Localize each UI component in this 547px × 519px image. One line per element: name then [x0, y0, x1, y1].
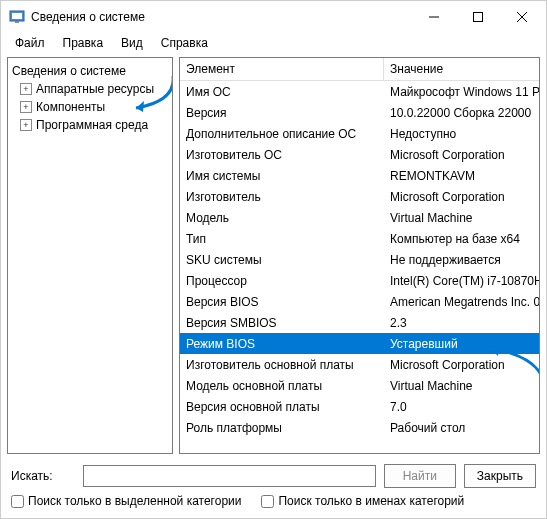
cell-element: Режим BIOS	[180, 337, 384, 351]
checkbox-selected-category-label: Поиск только в выделенной категории	[28, 494, 241, 508]
tree-item[interactable]: +Аппаратные ресурсы	[10, 80, 170, 98]
cell-element: Версия основной платы	[180, 400, 384, 414]
cell-element: Дополнительное описание ОС	[180, 127, 384, 141]
tree-item-label: Аппаратные ресурсы	[36, 82, 154, 96]
list-pane: Элемент Значение Имя ОСМайкрософт Window…	[179, 57, 540, 454]
table-row[interactable]: Модель основной платыVirtual Machine	[180, 375, 539, 396]
maximize-button[interactable]	[456, 1, 500, 33]
cell-value: Недоступно	[384, 127, 539, 141]
table-row[interactable]: ТипКомпьютер на базе x64	[180, 228, 539, 249]
svg-rect-1	[12, 13, 22, 19]
cell-value: Microsoft Corporation	[384, 358, 539, 372]
table-row[interactable]: Имя системыREMONTKAVM	[180, 165, 539, 186]
table-row[interactable]: Изготовитель основной платыMicrosoft Cor…	[180, 354, 539, 375]
window-controls	[412, 1, 544, 33]
cell-element: Версия SMBIOS	[180, 316, 384, 330]
table-row[interactable]: Версия SMBIOS2.3	[180, 312, 539, 333]
tree-root[interactable]: Сведения о системе	[10, 62, 170, 80]
expand-icon[interactable]: +	[20, 83, 32, 95]
cell-element: Версия	[180, 106, 384, 120]
cell-value: Майкрософт Windows 11 P	[384, 85, 539, 99]
column-header-value[interactable]: Значение	[384, 58, 539, 80]
checkbox-selected-category[interactable]: Поиск только в выделенной категории	[11, 494, 241, 508]
close-dialog-button[interactable]: Закрыть	[464, 464, 536, 488]
cell-element: Модель основной платы	[180, 379, 384, 393]
main-content: Сведения о системе +Аппаратные ресурсы+К…	[1, 53, 546, 458]
tree-root-label: Сведения о системе	[12, 64, 126, 78]
cell-element: Процессор	[180, 274, 384, 288]
table-row[interactable]: Изготовитель ОСMicrosoft Corporation	[180, 144, 539, 165]
table-row[interactable]: ИзготовительMicrosoft Corporation	[180, 186, 539, 207]
table-row[interactable]: Версия BIOSAmerican Megatrends Inc. 0	[180, 291, 539, 312]
checkbox-category-names[interactable]: Поиск только в именах категорий	[261, 494, 464, 508]
cell-element: Версия BIOS	[180, 295, 384, 309]
cell-value: 10.0.22000 Сборка 22000	[384, 106, 539, 120]
cell-element: Роль платформы	[180, 421, 384, 435]
footer: Искать: Найти Закрыть Поиск только в выд…	[1, 458, 546, 518]
tree-pane: Сведения о системе +Аппаратные ресурсы+К…	[7, 57, 173, 454]
table-row[interactable]: Версия10.0.22000 Сборка 22000	[180, 102, 539, 123]
tree-item[interactable]: +Программная среда	[10, 116, 170, 134]
cell-value: Virtual Machine	[384, 211, 539, 225]
close-button[interactable]	[500, 1, 544, 33]
table-row[interactable]: Роль платформыРабочий стол	[180, 417, 539, 438]
cell-element: Имя ОС	[180, 85, 384, 99]
search-input[interactable]	[83, 465, 376, 487]
menubar: Файл Правка Вид Справка	[1, 33, 546, 53]
svg-rect-2	[15, 21, 19, 23]
menu-view[interactable]: Вид	[113, 34, 151, 52]
titlebar: Сведения о системе	[1, 1, 546, 33]
search-label: Искать:	[11, 469, 75, 483]
checkbox-category-names-input[interactable]	[261, 495, 274, 508]
list-body: Имя ОСМайкрософт Windows 11 PВерсия10.0.…	[180, 81, 539, 438]
search-row: Искать: Найти Закрыть	[11, 464, 536, 488]
cell-value: Intel(R) Core(TM) i7-10870H	[384, 274, 539, 288]
list-header: Элемент Значение	[180, 58, 539, 81]
expand-icon[interactable]: +	[20, 119, 32, 131]
cell-value: Microsoft Corporation	[384, 148, 539, 162]
cell-element: Изготовитель основной платы	[180, 358, 384, 372]
cell-element: SKU системы	[180, 253, 384, 267]
expand-icon[interactable]: +	[20, 101, 32, 113]
cell-value: 7.0	[384, 400, 539, 414]
tree-item[interactable]: +Компоненты	[10, 98, 170, 116]
tree-item-label: Программная среда	[36, 118, 148, 132]
tree-item-label: Компоненты	[36, 100, 105, 114]
cell-element: Изготовитель ОС	[180, 148, 384, 162]
table-row[interactable]: Версия основной платы7.0	[180, 396, 539, 417]
table-row[interactable]: ПроцессорIntel(R) Core(TM) i7-10870H	[180, 270, 539, 291]
cell-value: 2.3	[384, 316, 539, 330]
cell-value: Рабочий стол	[384, 421, 539, 435]
menu-file[interactable]: Файл	[7, 34, 53, 52]
cell-value: Компьютер на базе x64	[384, 232, 539, 246]
find-button[interactable]: Найти	[384, 464, 456, 488]
cell-element: Модель	[180, 211, 384, 225]
app-icon	[9, 9, 25, 25]
svg-rect-4	[474, 13, 483, 22]
cell-element: Имя системы	[180, 169, 384, 183]
cell-value: Microsoft Corporation	[384, 190, 539, 204]
checkbox-category-names-label: Поиск только в именах категорий	[278, 494, 464, 508]
table-row[interactable]: SKU системыНе поддерживается	[180, 249, 539, 270]
window-title: Сведения о системе	[31, 10, 412, 24]
menu-help[interactable]: Справка	[153, 34, 216, 52]
cell-value: Устаревший	[384, 337, 539, 351]
checkbox-selected-category-input[interactable]	[11, 495, 24, 508]
column-header-element[interactable]: Элемент	[180, 58, 384, 80]
cell-value: Virtual Machine	[384, 379, 539, 393]
table-row[interactable]: МодельVirtual Machine	[180, 207, 539, 228]
table-row[interactable]: Имя ОСМайкрософт Windows 11 P	[180, 81, 539, 102]
cell-element: Тип	[180, 232, 384, 246]
cell-element: Изготовитель	[180, 190, 384, 204]
minimize-button[interactable]	[412, 1, 456, 33]
checkbox-row: Поиск только в выделенной категории Поис…	[11, 494, 536, 508]
menu-edit[interactable]: Правка	[55, 34, 112, 52]
cell-value: REMONTKAVM	[384, 169, 539, 183]
cell-value: Не поддерживается	[384, 253, 539, 267]
cell-value: American Megatrends Inc. 0	[384, 295, 539, 309]
table-row[interactable]: Режим BIOSУстаревший	[180, 333, 539, 354]
table-row[interactable]: Дополнительное описание ОСНедоступно	[180, 123, 539, 144]
